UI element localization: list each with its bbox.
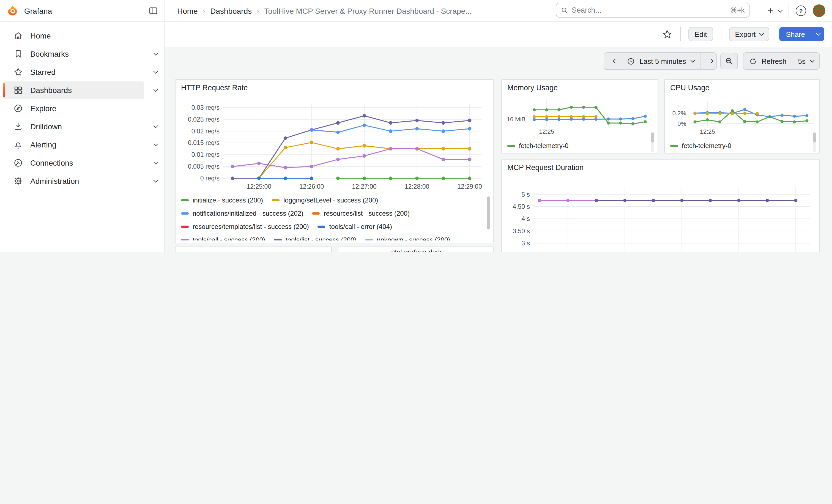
legend-scrollbar[interactable] [487, 196, 490, 230]
sidebar-item-label: Drilldown [30, 122, 62, 131]
favorite-star-icon[interactable] [662, 29, 673, 39]
sidebar-item-label: Explore [30, 104, 56, 113]
legend-item[interactable]: tools/call - success (200) [181, 233, 265, 240]
legend-label: notifications/initialized - success (202… [192, 210, 304, 217]
legend-item[interactable]: tools/call - error (404) [318, 220, 392, 233]
search-input[interactable]: Search... ⌘+k [556, 3, 750, 18]
star-icon [13, 67, 23, 77]
bookmark-icon [13, 49, 23, 59]
panel-title[interactable]: MCP Request Duration [508, 163, 583, 172]
legend-item[interactable]: initialize - success (200) [181, 194, 263, 207]
legend-item[interactable]: resources/list - success (200) [312, 207, 410, 220]
svg-text:4.50 s: 4.50 s [513, 203, 530, 210]
sidebar-item-connections[interactable]: Connections [3, 154, 144, 172]
breadcrumb-current[interactable]: ToolHive MCP Server & Proxy Runner Dashb… [264, 6, 472, 15]
legend-item[interactable]: fetch-telemetry-0 [508, 139, 568, 152]
refresh-button[interactable]: Refresh [743, 53, 792, 69]
svg-text:12:29:00: 12:29:00 [457, 183, 482, 190]
share-dropdown-button[interactable] [812, 27, 824, 41]
chevron-down-icon[interactable] [154, 160, 158, 164]
refresh-interval-picker[interactable]: 5s [792, 53, 820, 69]
panel-title[interactable]: Memory Usage [508, 84, 558, 92]
chevron-down-icon[interactable] [154, 142, 158, 147]
svg-text:0.02 req/s: 0.02 req/s [191, 128, 219, 135]
chevron-down-icon [778, 8, 783, 12]
add-button[interactable] [766, 7, 782, 15]
sidebar-item-explore[interactable]: Explore [3, 100, 144, 117]
panel-cpu-usage: CPU Usage 12:250.2%0% fetch-telemetry-0 [664, 79, 820, 154]
help-icon[interactable]: ? [796, 5, 806, 16]
breadcrumb-dashboards[interactable]: Dashboards [210, 6, 252, 15]
svg-text:0.03 req/s: 0.03 req/s [191, 104, 219, 111]
svg-text:12:25: 12:25 [539, 128, 554, 135]
chevron-down-icon[interactable] [154, 178, 158, 183]
chevron-down-icon[interactable] [154, 87, 158, 92]
legend-swatch [181, 212, 189, 215]
sidebar-item-bookmarks[interactable]: Bookmarks [3, 45, 144, 63]
brand-zone: Grafana [0, 0, 164, 22]
grafana-logo-icon[interactable] [7, 5, 19, 17]
sidebar-item-dashboards[interactable]: Dashboards [3, 81, 144, 99]
sidebar-item-label: Starred [30, 68, 56, 77]
time-controls: Last 5 minutes Refresh 5s [604, 52, 820, 70]
breadcrumb-home[interactable]: Home [177, 6, 198, 15]
chevron-down-icon [816, 31, 821, 36]
sidebar-item-drilldown[interactable]: Drilldown [3, 118, 144, 135]
export-button[interactable]: Export [729, 27, 769, 41]
svg-text:12:26:00: 12:26:00 [300, 183, 324, 190]
legend-item[interactable]: unknown - success (200) [365, 233, 450, 240]
avatar[interactable] [813, 4, 825, 17]
legend-item[interactable]: resources/templates/list - success (200) [181, 220, 309, 233]
home-icon [13, 31, 23, 41]
edit-button[interactable]: Edit [688, 27, 713, 41]
svg-text:3 s: 3 s [521, 240, 530, 247]
mcp-request-duration-chart[interactable]: 12:25:0012:26:0012:27:0012:28:0012:29:00… [502, 160, 820, 252]
legend-scrollbar[interactable] [651, 133, 654, 142]
toolbar-divider [721, 27, 721, 41]
legend-item[interactable]: tools/list - success (200) [274, 233, 356, 240]
chevron-down-icon[interactable] [154, 124, 158, 128]
breadcrumb-separator: › [203, 6, 205, 15]
panel-title[interactable]: CPU Usage [670, 84, 709, 92]
legend-item[interactable]: logging/setLevel - success (200) [272, 194, 378, 207]
legend-label: fetch-telemetry-0 [682, 142, 731, 150]
dashboard-toolbar: Edit Export Share [164, 22, 832, 47]
svg-text:12:25:00: 12:25:00 [246, 183, 271, 190]
legend-label: logging/setLevel - success (200) [283, 196, 378, 204]
time-range-picker[interactable]: Last 5 minutes [621, 53, 700, 69]
legend-swatch [181, 239, 189, 240]
legend-item[interactable]: notifications/initialized - success (202… [181, 207, 304, 220]
sidebar-item-administration[interactable]: Administration [3, 172, 144, 190]
panel-title[interactable]: Error Rate [344, 251, 378, 252]
zoom-out-button[interactable] [720, 53, 738, 69]
dashboard-content: Last 5 minutes Refresh 5s H [164, 47, 832, 252]
legend-swatch [181, 226, 189, 228]
toolbar-divider [680, 27, 681, 41]
sidebar-toggle-icon[interactable] [149, 6, 158, 16]
refresh-label: Refresh [761, 57, 786, 65]
time-range-group: Last 5 minutes [604, 52, 717, 70]
sidebar-item-alerting[interactable]: Alerting [3, 136, 144, 154]
time-back-button[interactable] [604, 53, 621, 69]
chevron-down-icon[interactable] [154, 69, 158, 74]
legend-swatch [272, 199, 280, 202]
legend-item[interactable]: fetch-telemetry-0 [670, 139, 731, 152]
share-button[interactable]: Share [779, 27, 812, 41]
panel-title[interactable]: HTTP Request Rate [181, 84, 248, 92]
plug-icon [13, 158, 23, 168]
time-forward-button[interactable] [700, 53, 716, 69]
grid-icon [13, 85, 23, 95]
panel-error-rate: Error Rate otel-grafana-dark 0% [338, 246, 494, 252]
sidebar-item-home[interactable]: Home [3, 27, 144, 45]
search-placeholder: Search... [572, 6, 730, 14]
legend-scrollbar[interactable] [813, 133, 816, 142]
sidebar-item-starred[interactable]: Starred [3, 63, 144, 81]
panel-memory-usage: Memory Usage 12:2516 MiB fetch-telemetry… [501, 79, 658, 154]
refresh-interval-label: 5s [798, 57, 806, 65]
chevron-left-icon [613, 59, 617, 63]
svg-text:4 s: 4 s [521, 215, 530, 222]
panel-title[interactable]: Total Request Rate [181, 251, 244, 252]
chevron-down-icon[interactable] [154, 51, 158, 56]
legend-swatch [312, 212, 320, 215]
drilldown-icon [13, 122, 23, 132]
